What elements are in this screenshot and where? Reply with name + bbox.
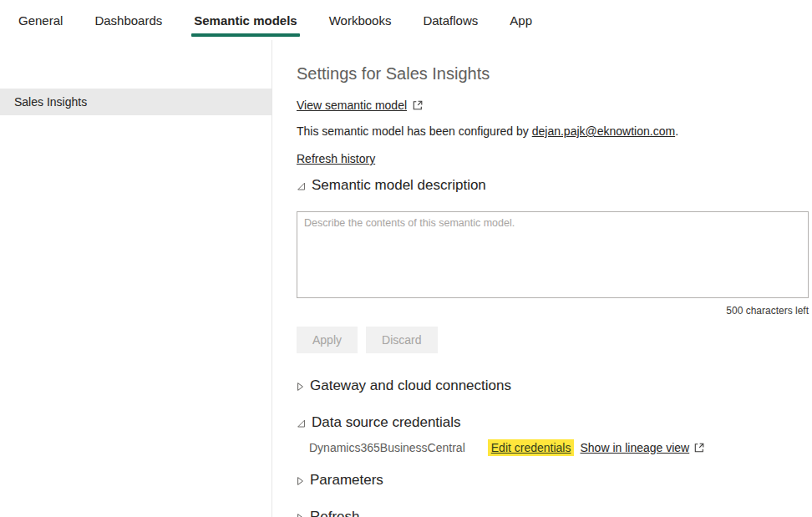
- tab-dataflows[interactable]: Dataflows: [423, 1, 478, 39]
- view-semantic-model-link[interactable]: View semantic model: [297, 99, 407, 112]
- tab-semantic-models[interactable]: Semantic models: [194, 1, 297, 39]
- collapse-collapsed-icon: [297, 513, 304, 517]
- settings-main-panel: Settings for Sales Insights View semanti…: [272, 40, 812, 517]
- apply-button[interactable]: Apply: [297, 327, 358, 353]
- section-title: Parameters: [310, 471, 383, 489]
- sidebar-item-sales-insights[interactable]: Sales Insights: [0, 89, 272, 115]
- tab-app[interactable]: App: [510, 1, 532, 39]
- tab-workbooks[interactable]: Workbooks: [329, 1, 392, 39]
- section-parameters[interactable]: Parameters: [297, 471, 809, 489]
- section-title: Data source credentials: [312, 413, 461, 432]
- tab-dashboards[interactable]: Dashboards: [94, 1, 162, 39]
- refresh-history-row: Refresh history: [297, 151, 809, 166]
- configured-by-suffix: .: [675, 124, 678, 138]
- configured-by-prefix: This semantic model has been configured …: [297, 124, 532, 138]
- open-in-new-window-icon: [694, 443, 704, 453]
- page-title: Settings for Sales Insights: [297, 63, 809, 84]
- collapse-collapsed-icon: [297, 476, 304, 486]
- characters-left-counter: 500 characters left: [297, 305, 809, 317]
- configured-by-text: This semantic model has been configured …: [297, 124, 809, 139]
- view-semantic-model-row: View semantic model: [297, 99, 809, 112]
- discard-button[interactable]: Discard: [366, 327, 437, 353]
- section-title: Gateway and cloud connections: [310, 377, 511, 395]
- section-title: Refresh: [310, 508, 360, 517]
- edit-credentials-link[interactable]: Edit credentials: [488, 439, 575, 456]
- settings-tab-bar: General Dashboards Semantic models Workb…: [0, 0, 812, 40]
- configured-by-email-link[interactable]: dejan.pajk@eknowtion.com: [532, 124, 675, 138]
- data-source-name: Dynamics365BusinessCentral: [309, 441, 465, 454]
- semantic-model-list-sidebar: Sales Insights: [0, 40, 272, 517]
- section-title: Semantic model description: [312, 176, 486, 195]
- show-in-lineage-view-link[interactable]: Show in lineage view: [580, 441, 689, 454]
- description-textarea[interactable]: [297, 211, 809, 298]
- content-row: Sales Insights Settings for Sales Insigh…: [0, 40, 812, 517]
- collapse-expanded-icon: [297, 418, 306, 428]
- description-actions: Apply Discard: [297, 327, 809, 353]
- section-refresh[interactable]: Refresh: [297, 508, 809, 517]
- collapse-collapsed-icon: [297, 382, 304, 392]
- tab-general[interactable]: General: [18, 1, 63, 39]
- section-gateway-connections[interactable]: Gateway and cloud connections: [297, 377, 809, 395]
- data-source-credential-row: Dynamics365BusinessCentral Edit credenti…: [297, 439, 809, 456]
- section-data-source-credentials[interactable]: Data source credentials: [297, 413, 809, 432]
- section-semantic-model-description[interactable]: Semantic model description: [297, 176, 809, 195]
- collapse-expanded-icon: [297, 181, 306, 191]
- open-in-new-window-icon: [413, 100, 423, 110]
- refresh-history-link[interactable]: Refresh history: [297, 152, 375, 165]
